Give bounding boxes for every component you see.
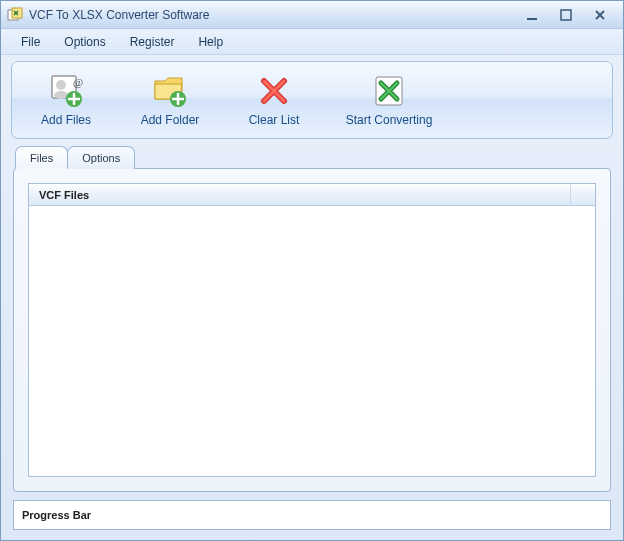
tab-content-files: VCF Files — [13, 168, 611, 492]
progress-label: Progress Bar — [22, 509, 91, 521]
file-list[interactable]: VCF Files — [28, 183, 596, 477]
clear-list-button[interactable]: Clear List — [230, 68, 318, 132]
menubar: File Options Register Help — [1, 29, 623, 55]
toolbar: @ Add Files Add Folder — [11, 61, 613, 139]
tab-options[interactable]: Options — [67, 146, 135, 169]
progress-panel: Progress Bar — [13, 500, 611, 530]
close-button[interactable] — [589, 6, 611, 24]
app-window: VCF To XLSX Converter Software File Opti… — [0, 0, 624, 541]
add-files-icon: @ — [48, 73, 84, 109]
tab-files[interactable]: Files — [15, 146, 68, 169]
column-header-spacer — [571, 184, 595, 205]
svg-rect-3 — [561, 10, 571, 20]
svg-text:@: @ — [73, 76, 83, 88]
maximize-button[interactable] — [555, 6, 577, 24]
svg-point-5 — [56, 80, 66, 90]
add-files-label: Add Files — [41, 113, 91, 127]
menu-register[interactable]: Register — [120, 31, 185, 53]
maximize-icon — [560, 9, 572, 21]
svg-point-6 — [54, 91, 68, 99]
add-folder-label: Add Folder — [141, 113, 200, 127]
add-folder-button[interactable]: Add Folder — [126, 68, 214, 132]
menu-help[interactable]: Help — [188, 31, 233, 53]
start-converting-icon — [371, 73, 407, 109]
app-icon — [7, 7, 23, 23]
menu-options[interactable]: Options — [54, 31, 115, 53]
column-header-vcf-files[interactable]: VCF Files — [29, 184, 571, 205]
clear-list-icon — [256, 73, 292, 109]
menu-file[interactable]: File — [11, 31, 50, 53]
minimize-button[interactable] — [521, 6, 543, 24]
window-title: VCF To XLSX Converter Software — [29, 8, 521, 22]
close-icon — [594, 9, 606, 21]
add-files-button[interactable]: @ Add Files — [22, 68, 110, 132]
clear-list-label: Clear List — [249, 113, 300, 127]
tab-bar: Files Options — [1, 145, 623, 168]
start-converting-label: Start Converting — [346, 113, 433, 127]
minimize-icon — [526, 9, 538, 21]
svg-rect-2 — [527, 18, 537, 20]
start-converting-button[interactable]: Start Converting — [334, 68, 444, 132]
window-controls — [521, 6, 617, 24]
column-header-row: VCF Files — [29, 184, 595, 206]
file-list-body[interactable] — [29, 206, 595, 476]
add-folder-icon — [152, 73, 188, 109]
titlebar: VCF To XLSX Converter Software — [1, 1, 623, 29]
